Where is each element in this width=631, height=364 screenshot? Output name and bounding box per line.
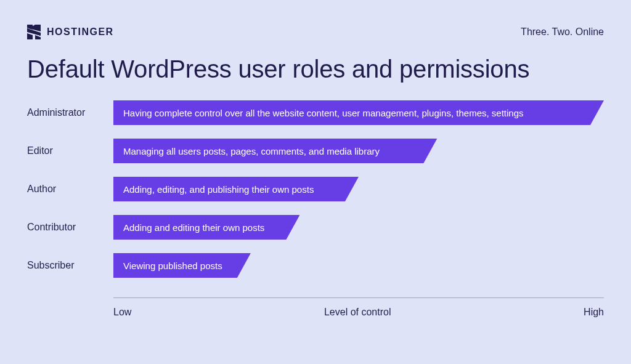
axis-label: Level of control [324, 307, 391, 318]
role-label-administrator: Administrator [27, 107, 113, 118]
bar-contributor: Adding and editing their own posts [113, 215, 299, 240]
bar-area: Having complete control over all the web… [113, 100, 604, 125]
role-label-editor: Editor [27, 145, 113, 156]
bar-editor: Managing all users posts, pages, comment… [113, 139, 437, 163]
bar-area: Viewing published posts [113, 253, 604, 278]
role-row: Author Adding, editing, and publishing t… [27, 177, 604, 201]
tagline: Three. Two. Online [521, 26, 604, 38]
bar-author: Adding, editing, and publishing their ow… [113, 177, 359, 201]
role-label-subscriber: Subscriber [27, 260, 113, 271]
brand-name: HOSTINGER [47, 26, 114, 38]
axis: Low Level of control High [27, 297, 604, 318]
page: HOSTINGER Three. Two. Online Default Wor… [0, 0, 631, 364]
axis-spacer [27, 297, 113, 318]
role-row: Administrator Having complete control ov… [27, 100, 604, 125]
role-label-author: Author [27, 184, 113, 195]
role-row: Subscriber Viewing published posts [27, 253, 604, 278]
bar-administrator: Having complete control over all the web… [113, 100, 604, 125]
roles-chart: Administrator Having complete control ov… [27, 100, 604, 318]
hostinger-icon [27, 25, 41, 39]
header: HOSTINGER Three. Two. Online [27, 25, 604, 39]
bar-area: Managing all users posts, pages, comment… [113, 139, 604, 163]
bar-area: Adding and editing their own posts [113, 215, 604, 240]
bar-area: Adding, editing, and publishing their ow… [113, 177, 604, 201]
brand-logo: HOSTINGER [27, 25, 114, 39]
axis-line: Low Level of control High [113, 297, 604, 318]
axis-low: Low [113, 307, 131, 318]
role-row: Editor Managing all users posts, pages, … [27, 139, 604, 163]
role-row: Contributor Adding and editing their own… [27, 215, 604, 240]
role-label-contributor: Contributor [27, 222, 113, 233]
page-title: Default WordPress user roles and permiss… [27, 55, 604, 83]
bar-subscriber: Viewing published posts [113, 253, 251, 278]
axis-high: High [584, 307, 604, 318]
